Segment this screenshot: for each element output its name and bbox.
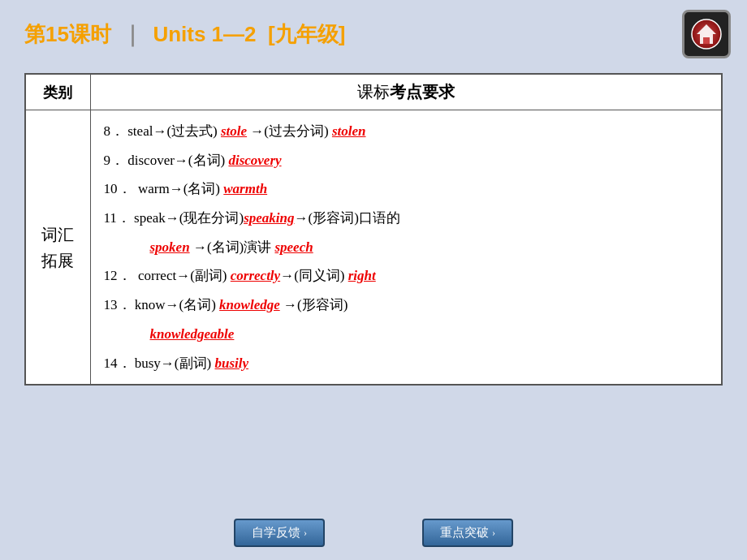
main-content: 类别 课标考点要求 词汇拓展 8． steal→(过去式) stole →(过去…	[24, 73, 723, 386]
category-text: 词汇拓展	[36, 222, 80, 274]
self-study-button[interactable]: 自学反馈 ›	[234, 519, 325, 547]
col2-header-normal: 课标	[357, 83, 390, 101]
home-icon[interactable]	[682, 10, 731, 58]
page-title: 第15课时 ｜ Units 1—2 [九年级]	[24, 20, 345, 49]
vocab-table: 类别 课标考点要求 词汇拓展 8． steal→(过去式) stole →(过去…	[24, 73, 723, 386]
row-8: 8． steal→(过去式) stole →(过去分词) stolen	[104, 117, 709, 146]
title-pipe: ｜	[122, 22, 148, 46]
col2-header-bold: 考点要求	[390, 83, 455, 101]
title-part3: [九年级]	[262, 22, 346, 46]
answer-right: right	[348, 268, 376, 283]
title-part1: 第15课时	[24, 22, 111, 46]
answer-spoken: spoken	[150, 239, 190, 255]
row-10: 10． warm→(名词) warmth	[104, 174, 709, 204]
btn1-label: 自学反馈	[252, 525, 300, 541]
answer-stole: stole	[221, 123, 247, 139]
answer-busily: busily	[214, 355, 248, 371]
content-cell: 8． steal→(过去式) stole →(过去分词) stolen 9． d…	[90, 110, 722, 386]
col2-header: 课标考点要求	[90, 74, 722, 110]
btn2-arrow: ›	[492, 527, 495, 539]
svg-rect-2	[703, 37, 710, 44]
row-12: 12． correct→(副词) correctly→(同义词) right	[104, 261, 709, 291]
row-13: 13． know→(名词) knowledge →(形容词)	[104, 291, 709, 320]
key-points-button[interactable]: 重点突破 ›	[422, 519, 513, 547]
page-header: 第15课时 ｜ Units 1—2 [九年级]	[0, 0, 747, 65]
col1-header: 类别	[25, 74, 90, 110]
btn2-label: 重点突破	[440, 525, 489, 541]
answer-correctly: correctly	[231, 268, 280, 283]
title-part2: Units 1—2	[153, 22, 256, 46]
home-svg	[690, 18, 723, 50]
answer-stolen: stolen	[332, 123, 366, 139]
row-11: 11． speak→(现在分词)speaking→(形容词)口语的	[104, 204, 709, 233]
row-11b: spoken →(名词)演讲 speech	[104, 233, 709, 262]
footer: 自学反馈 › 重点突破 ›	[0, 519, 747, 547]
answer-knowledgeable: knowledgeable	[150, 326, 235, 342]
category-cell: 词汇拓展	[25, 110, 90, 386]
row-13b: knowledgeable	[104, 320, 709, 349]
answer-discovery: discovery	[228, 153, 281, 168]
answer-knowledge: knowledge	[219, 297, 280, 312]
answer-speech: speech	[274, 239, 313, 255]
btn1-arrow: ›	[304, 527, 307, 539]
row-14: 14． busy→(副词) busily	[104, 349, 709, 378]
answer-warmth: warmth	[223, 181, 267, 196]
row-9: 9． discover→(名词) discovery	[104, 146, 709, 175]
answer-speaking: speaking	[244, 210, 294, 226]
